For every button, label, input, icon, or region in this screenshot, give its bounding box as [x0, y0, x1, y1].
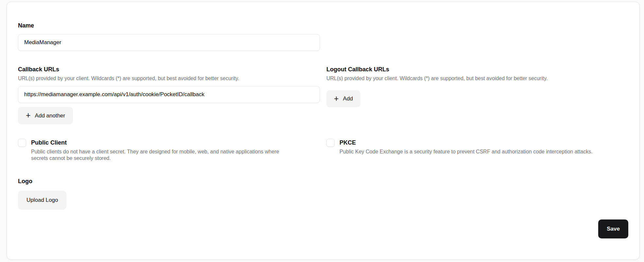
oidc-client-form-card: Name Callback URLs URL(s) provided by yo…: [7, 2, 640, 260]
save-button[interactable]: Save: [598, 219, 628, 238]
callback-urls-label: Callback URLs: [18, 65, 320, 73]
public-client-label: Public Client: [31, 139, 286, 147]
plus-icon: +: [26, 111, 31, 119]
row-logo: Logo Upload Logo: [18, 177, 628, 210]
row-callback-urls: Callback URLs URL(s) provided by your cl…: [18, 65, 628, 124]
upload-logo-button[interactable]: Upload Logo: [18, 191, 66, 210]
add-button-label: Add: [343, 96, 353, 102]
pkce-text: PKCE Public Key Code Exchange is a secur…: [339, 139, 593, 155]
row-checkboxes: Public Client Public clients do not have…: [18, 139, 628, 162]
name-field-group: Name: [18, 22, 320, 51]
public-client-description: Public clients do not have a client secr…: [31, 148, 286, 162]
row-name-spacer: [326, 22, 628, 51]
add-another-button-label: Add another: [35, 113, 65, 119]
public-client-field: Public Client Public clients do not have…: [18, 139, 320, 162]
callback-urls-description: URL(s) provided by your client. Wildcard…: [18, 75, 320, 82]
row-name: Name: [18, 22, 628, 51]
plus-icon: +: [334, 95, 339, 103]
public-client-checkbox[interactable]: [18, 139, 26, 147]
logout-callback-urls-section: Logout Callback URLs URL(s) provided by …: [326, 65, 628, 124]
form-footer: Save: [18, 219, 628, 238]
name-input[interactable]: [18, 34, 320, 51]
add-another-callback-url-button[interactable]: + Add another: [18, 107, 73, 124]
pkce-field: PKCE Public Key Code Exchange is a secur…: [326, 139, 628, 162]
pkce-checkbox[interactable]: [326, 139, 335, 147]
upload-logo-button-label: Upload Logo: [26, 197, 58, 203]
public-client-text: Public Client Public clients do not have…: [31, 139, 286, 162]
pkce-description: Public Key Code Exchange is a security f…: [339, 148, 593, 155]
pkce-label: PKCE: [339, 139, 593, 147]
row-logo-spacer: [326, 177, 628, 210]
logo-field-group: Logo Upload Logo: [18, 177, 320, 210]
logout-callback-urls-label: Logout Callback URLs: [326, 65, 628, 73]
logo-label: Logo: [18, 177, 320, 185]
add-logout-callback-url-button[interactable]: + Add: [326, 90, 360, 107]
name-label: Name: [18, 22, 320, 29]
callback-urls-section: Callback URLs URL(s) provided by your cl…: [18, 65, 320, 124]
logout-callback-urls-description: URL(s) provided by your client. Wildcard…: [326, 75, 628, 82]
callback-url-input[interactable]: [18, 86, 320, 103]
